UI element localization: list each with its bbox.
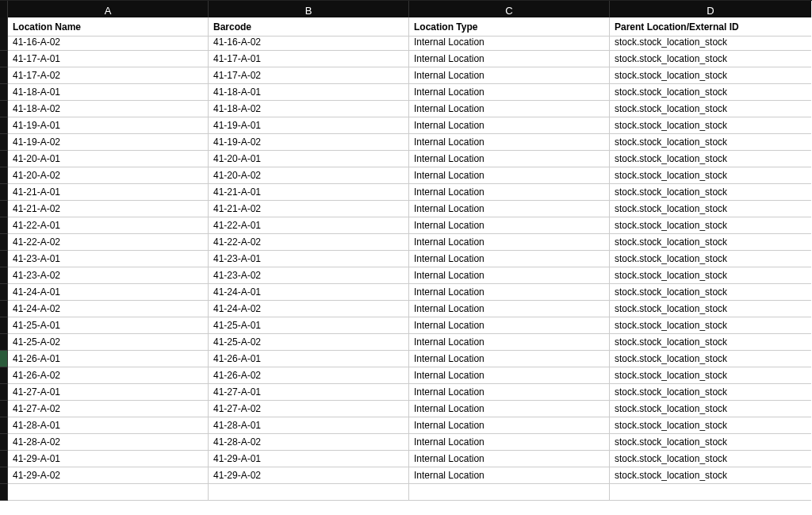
row-header[interactable] [0, 317, 8, 334]
cell[interactable]: 41-16-A-02 [209, 34, 409, 51]
cell[interactable]: stock.stock_location_stock [610, 234, 811, 251]
cell[interactable]: 41-20-A-01 [209, 151, 409, 167]
cell[interactable]: Internal Location [409, 51, 610, 67]
row-header[interactable] [0, 467, 8, 484]
cell[interactable]: 41-22-A-01 [8, 217, 209, 234]
cell[interactable]: Internal Location [409, 217, 610, 234]
cell[interactable]: stock.stock_location_stock [610, 367, 811, 384]
cell[interactable] [8, 484, 209, 501]
cell[interactable]: stock.stock_location_stock [610, 51, 811, 67]
cell[interactable]: 41-26-A-01 [8, 351, 209, 367]
cell[interactable]: 41-16-A-02 [8, 34, 209, 51]
cell[interactable] [209, 484, 409, 501]
cell[interactable]: Internal Location [409, 367, 610, 384]
cell[interactable]: stock.stock_location_stock [610, 251, 811, 267]
row-header[interactable] [0, 167, 8, 184]
row-header[interactable] [0, 217, 8, 234]
cell[interactable]: 41-25-A-01 [209, 317, 409, 334]
cell[interactable]: stock.stock_location_stock [610, 334, 811, 351]
cell[interactable]: 41-17-A-02 [8, 67, 209, 84]
cell[interactable]: Internal Location [409, 101, 610, 117]
cell[interactable]: 41-20-A-02 [8, 167, 209, 184]
cell[interactable]: stock.stock_location_stock [610, 317, 811, 334]
cell[interactable]: Internal Location [409, 251, 610, 267]
cell[interactable]: stock.stock_location_stock [610, 451, 811, 467]
cell[interactable]: Internal Location [409, 301, 610, 317]
cell[interactable]: Internal Location [409, 234, 610, 251]
cell[interactable]: 41-29-A-01 [209, 451, 409, 467]
cell[interactable]: 41-25-A-01 [8, 317, 209, 334]
cell[interactable]: 41-19-A-01 [8, 117, 209, 134]
cell[interactable]: 41-29-A-02 [8, 467, 209, 484]
row-header[interactable] [0, 51, 8, 67]
row-header[interactable] [0, 134, 8, 151]
cell[interactable]: 41-19-A-01 [209, 117, 409, 134]
cell[interactable]: 41-24-A-01 [8, 284, 209, 301]
cell[interactable]: 41-24-A-02 [209, 301, 409, 317]
cell[interactable]: 41-17-A-01 [8, 51, 209, 67]
cell[interactable]: Internal Location [409, 451, 610, 467]
cell[interactable]: Internal Location [409, 284, 610, 301]
cell[interactable]: Internal Location [409, 317, 610, 334]
cell[interactable]: 41-25-A-02 [209, 334, 409, 351]
cell[interactable] [409, 484, 610, 501]
cell[interactable]: Internal Location [409, 134, 610, 151]
cell[interactable]: stock.stock_location_stock [610, 101, 811, 117]
cell[interactable]: stock.stock_location_stock [610, 384, 811, 401]
cell[interactable]: 41-26-A-01 [209, 351, 409, 367]
cell[interactable]: 41-23-A-01 [209, 251, 409, 267]
cell[interactable]: 41-24-A-01 [209, 284, 409, 301]
row-header[interactable] [0, 101, 8, 117]
cell[interactable]: 41-27-A-01 [209, 384, 409, 401]
cell[interactable]: 41-23-A-02 [8, 267, 209, 284]
cell[interactable]: stock.stock_location_stock [610, 417, 811, 434]
cell[interactable]: stock.stock_location_stock [610, 401, 811, 417]
cell[interactable]: stock.stock_location_stock [610, 134, 811, 151]
cell[interactable]: 41-18-A-01 [209, 84, 409, 101]
cell[interactable]: 41-18-A-02 [209, 101, 409, 117]
row-header[interactable] [0, 351, 8, 367]
cell[interactable]: stock.stock_location_stock [610, 151, 811, 167]
cell[interactable]: 41-21-A-01 [209, 184, 409, 201]
cell[interactable]: stock.stock_location_stock [610, 201, 811, 217]
cell[interactable]: Internal Location [409, 184, 610, 201]
cell[interactable]: Internal Location [409, 334, 610, 351]
cell[interactable]: Internal Location [409, 351, 610, 367]
cell[interactable]: 41-20-A-02 [209, 167, 409, 184]
cell[interactable]: Internal Location [409, 117, 610, 134]
cell[interactable]: 41-22-A-01 [209, 217, 409, 234]
cell[interactable]: 41-20-A-01 [8, 151, 209, 167]
cell[interactable]: 41-28-A-01 [8, 417, 209, 434]
row-header[interactable] [0, 484, 8, 501]
row-header[interactable] [0, 417, 8, 434]
cell[interactable]: 41-26-A-02 [8, 367, 209, 384]
cell[interactable]: 41-19-A-02 [8, 134, 209, 151]
cell[interactable]: 41-27-A-02 [8, 401, 209, 417]
cell[interactable]: stock.stock_location_stock [610, 267, 811, 284]
row-header[interactable] [0, 34, 8, 51]
cell[interactable]: Internal Location [409, 267, 610, 284]
cell[interactable]: stock.stock_location_stock [610, 434, 811, 451]
row-header[interactable] [0, 184, 8, 201]
spreadsheet[interactable]: A B C D Location Name Barcode Location T… [0, 0, 812, 501]
cell[interactable]: 41-24-A-02 [8, 301, 209, 317]
row-header[interactable] [0, 367, 8, 384]
cell[interactable]: 41-22-A-02 [209, 234, 409, 251]
row-header[interactable] [0, 201, 8, 217]
row-header[interactable] [0, 301, 8, 317]
row-header[interactable] [0, 334, 8, 351]
cell[interactable]: Internal Location [409, 167, 610, 184]
cell[interactable]: stock.stock_location_stock [610, 167, 811, 184]
cell[interactable]: Internal Location [409, 151, 610, 167]
cell[interactable]: 41-22-A-02 [8, 234, 209, 251]
cell[interactable]: 41-19-A-02 [209, 134, 409, 151]
cell[interactable]: 41-26-A-02 [209, 367, 409, 384]
cell[interactable]: 41-21-A-02 [8, 201, 209, 217]
cell[interactable]: stock.stock_location_stock [610, 284, 811, 301]
cell[interactable]: stock.stock_location_stock [610, 67, 811, 84]
cell[interactable]: Internal Location [409, 467, 610, 484]
cell[interactable]: Internal Location [409, 384, 610, 401]
row-header[interactable] [0, 401, 8, 417]
cell[interactable]: 41-27-A-02 [209, 401, 409, 417]
row-header[interactable] [0, 67, 8, 84]
